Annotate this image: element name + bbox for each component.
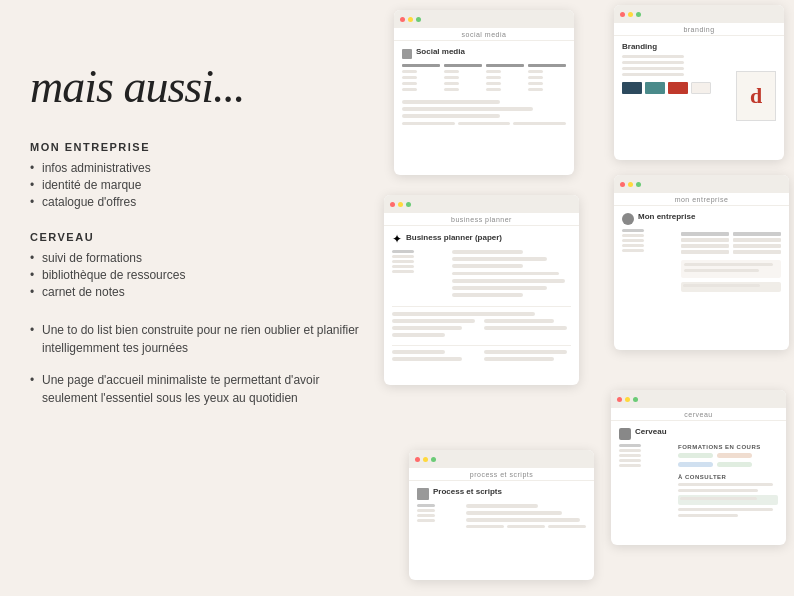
dot-red [620, 12, 625, 17]
table-row [681, 250, 781, 254]
main-title: mais aussi... [30, 60, 370, 113]
bullet-item: carnet de notes [30, 285, 370, 299]
line [619, 454, 641, 457]
card-title-business: business planner [384, 213, 579, 226]
line [392, 333, 445, 337]
cerveau-extra [678, 508, 778, 517]
business-layout [392, 250, 571, 300]
social-columns [402, 64, 566, 94]
line [392, 260, 414, 263]
card-title-entreprise: mon entreprise [614, 193, 789, 206]
line [444, 88, 459, 91]
line [466, 504, 538, 508]
tag [678, 453, 713, 458]
branding-logo: d [736, 71, 776, 121]
line [392, 250, 414, 253]
card-title-process: process et scripts [409, 468, 594, 481]
line [444, 76, 459, 79]
line [622, 249, 644, 252]
business-bottom-row [392, 319, 571, 340]
line [402, 114, 500, 118]
line [684, 263, 773, 266]
dot-yellow [625, 397, 630, 402]
col-header [444, 64, 482, 67]
line [486, 76, 501, 79]
line [466, 525, 504, 528]
cerveau-sidebar [619, 444, 674, 520]
business-bottom [392, 306, 571, 340]
line [452, 286, 547, 290]
card-header [611, 390, 786, 408]
dot-red [617, 397, 622, 402]
dot-yellow [398, 202, 403, 207]
entreprise-note [681, 260, 781, 278]
line [392, 270, 414, 273]
line [444, 82, 459, 85]
card-header [394, 10, 574, 28]
cell [681, 238, 729, 242]
line [619, 449, 641, 452]
line [678, 483, 773, 486]
entreprise-heading: Mon entreprise [638, 212, 695, 221]
line [402, 88, 417, 91]
card-header [409, 450, 594, 468]
entreprise-table [681, 232, 781, 254]
dot-yellow [628, 12, 633, 17]
process-row [466, 525, 586, 531]
card-title-social: social media [394, 28, 574, 41]
section2-title: CERVEAU [30, 231, 370, 243]
color-swatch-cream [691, 82, 711, 94]
line [466, 518, 580, 522]
table-row [681, 232, 781, 236]
social-row-group [402, 122, 566, 128]
color-swatch-red [668, 82, 688, 94]
line [392, 326, 462, 330]
dot-yellow [408, 17, 413, 22]
line [528, 70, 543, 73]
line [417, 504, 435, 507]
separator [452, 272, 559, 275]
line [452, 264, 523, 268]
line [622, 61, 684, 64]
person-icon [622, 213, 634, 225]
extra-bullet-2: Une page d'accueil minimaliste te permet… [30, 371, 370, 407]
line [507, 525, 545, 528]
cerveau-cta [678, 495, 778, 505]
line [484, 350, 567, 354]
business-extra [392, 345, 571, 364]
line [683, 284, 760, 287]
section1-title: MON ENTREPRISE [30, 141, 370, 153]
line [402, 107, 533, 111]
line [417, 514, 435, 517]
table-row [681, 238, 781, 242]
bullet-item: catalogue d'offres [30, 195, 370, 209]
card-header [384, 195, 579, 213]
social-col-4 [528, 64, 566, 94]
line [417, 509, 435, 512]
card-header [614, 5, 784, 23]
line [486, 70, 501, 73]
line [402, 70, 417, 73]
col3 [392, 350, 480, 364]
tag [717, 453, 752, 458]
business-main [452, 250, 571, 300]
bullet-item: suivi de formations [30, 251, 370, 265]
col1 [392, 319, 480, 340]
dot-red [390, 202, 395, 207]
card-mon-entreprise: mon entreprise Mon entreprise [614, 175, 789, 350]
table-row [681, 244, 781, 248]
card-body-process: Process et scripts [409, 481, 594, 537]
social-heading: Social media [416, 47, 465, 56]
card-title-cerveau: cerveau [611, 408, 786, 421]
line [678, 514, 738, 517]
line [402, 76, 417, 79]
tag-area [678, 453, 778, 469]
col2 [484, 319, 572, 340]
social-col-3 [486, 64, 524, 94]
line [392, 319, 475, 323]
cell [733, 232, 781, 236]
process-icon [417, 488, 429, 500]
card-social-media: social media Social media [394, 10, 574, 175]
col-header [528, 64, 566, 67]
business-heading-row: ✦ Business planner (paper) [392, 232, 571, 246]
